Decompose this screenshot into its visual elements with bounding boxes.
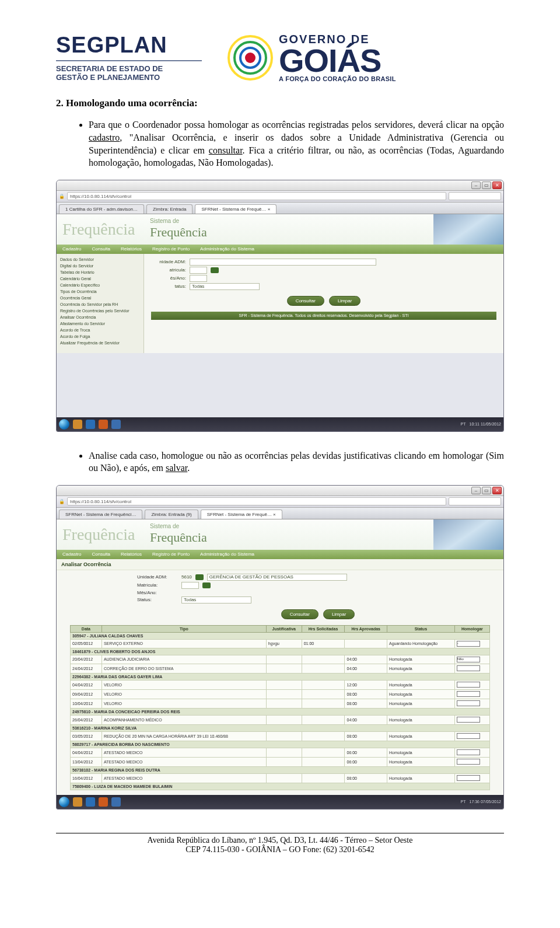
maximize-button[interactable]: ▭ (482, 182, 491, 189)
banner-image (433, 214, 503, 245)
menu-admin[interactable]: Administração do Sistema (200, 552, 254, 557)
table-row: 18461879 - CLIVES ROBERTO DOS ANJOS (71, 648, 490, 655)
homologar-select[interactable] (457, 733, 480, 739)
table-row: 56738102 - MARIA REGINA DOS REIS DUTRA (71, 766, 490, 773)
menu-relatorios[interactable]: Relatórios (121, 552, 142, 557)
side-item[interactable]: Tabelas de Horário (57, 269, 144, 275)
goias-line2: GOIÁS (279, 46, 396, 75)
minimize-button[interactable]: – (471, 487, 481, 494)
side-item[interactable]: Ocorrência do Servidor pela RH (57, 301, 144, 308)
taskbar-app-icon[interactable] (73, 420, 82, 429)
start-button-icon[interactable] (59, 419, 69, 430)
browser-tab-active[interactable]: SFRNet - Sistema de Frequê… × (195, 204, 276, 214)
app-banner: Frequência Sistema de Frequência (57, 214, 503, 245)
lookup-icon[interactable] (211, 267, 219, 273)
homologar-select[interactable]: - (457, 641, 480, 647)
table-row: 04/04/2012VELORIO12:00Homologada (71, 680, 490, 689)
side-item[interactable]: Ocorrência Geral (57, 295, 144, 301)
matricula-input[interactable] (190, 267, 207, 274)
lookup-icon[interactable] (202, 582, 211, 588)
homologar-select[interactable]: Não (457, 657, 480, 662)
homologar-select[interactable] (457, 759, 480, 765)
table-row: 24/04/2012CORREÇÃO DE ERRO DO SISTEMA04:… (71, 664, 490, 673)
mes-input[interactable] (190, 275, 207, 282)
browser-tab[interactable]: Zimbra: Entrada (146, 204, 192, 214)
segplan-sub1: SECRETARIA DE ESTADO DE (56, 65, 202, 74)
side-item[interactable]: Dados do Servidor (57, 256, 144, 263)
consultar-button[interactable]: Consultar (281, 609, 318, 619)
homologar-select[interactable] (457, 691, 480, 697)
table-row: 13/04/2012ATESTADO MEDICO06:00Homologada (71, 757, 490, 766)
menu-cadastro[interactable]: Cadastro (62, 552, 81, 557)
minimize-button[interactable]: – (471, 182, 481, 189)
table-row: 02/05/0012SERVIÇO EXTERNOhgvgu01:00Aguar… (71, 639, 490, 648)
side-item[interactable]: Acordo de Folga (57, 333, 144, 340)
menu-cadastro[interactable]: Cadastro (62, 246, 81, 252)
maximize-button[interactable]: ▭ (482, 487, 491, 494)
table-row: 16/04/2012ATESTADO MEDICO08:00Homologada (71, 773, 490, 783)
goias-logo: GOVERNO DE GOIÁS A FORÇA DO CORAÇÃO DO B… (228, 33, 396, 82)
table-row: 04/04/2012ATESTADO MEDICO06:00Homologada (71, 748, 490, 757)
consultar-button[interactable]: Consultar (287, 296, 324, 306)
homologar-select[interactable] (457, 682, 480, 688)
unidade-input[interactable] (190, 259, 376, 266)
side-item[interactable]: Digital do Servidor (57, 263, 144, 269)
homologar-select[interactable] (457, 717, 480, 723)
lookup-icon[interactable] (195, 574, 204, 580)
side-item[interactable]: Calendário Específico (57, 282, 144, 288)
menu-consulta[interactable]: Consulta (92, 246, 110, 252)
side-item[interactable]: Atualizar Frequência de Servidor (57, 340, 144, 346)
address-bar[interactable]: https://10.0.80.114/sfv/control (67, 192, 446, 200)
side-item[interactable]: Tipos de Ocorrência (57, 288, 144, 295)
matricula-input[interactable] (181, 582, 199, 589)
menu-admin[interactable]: Administração do Sistema (200, 246, 254, 252)
taskbar-app-icon[interactable] (86, 420, 95, 429)
status-select[interactable]: Todas (181, 596, 251, 603)
table-row: 53616210 - MARINA KORIZ SILVA (71, 724, 490, 731)
taskbar-app-icon[interactable] (73, 797, 82, 807)
limpar-button[interactable]: Limpar (329, 296, 360, 306)
table-row: 10/04/2012VELORIO08:00Homologada (71, 699, 490, 708)
browser-search[interactable] (449, 497, 501, 505)
homologar-select[interactable] (457, 775, 480, 781)
side-item[interactable]: Calendário Geral (57, 275, 144, 282)
homologar-select[interactable] (457, 700, 480, 706)
menu-registro[interactable]: Registro de Ponto (152, 246, 190, 252)
table-header: Tipo (102, 625, 266, 632)
taskbar-app-icon[interactable] (111, 420, 121, 429)
menu-consulta[interactable]: Consulta (92, 552, 110, 557)
taskbar-app-icon[interactable] (111, 797, 121, 807)
homologar-select[interactable] (457, 665, 480, 671)
browser-tab[interactable]: Zimbra: Entrada (9) (145, 510, 198, 519)
browser-tab[interactable]: 1 Cartilha do SFR - adm.davison… (59, 204, 144, 214)
side-item[interactable]: Afastamento do Servidor (57, 320, 144, 327)
status-select[interactable]: Todas (190, 283, 260, 290)
limpar-button[interactable]: Limpar (323, 609, 355, 619)
browser-tab-active[interactable]: SFRNet - Sistema de Frequê… × (201, 510, 282, 519)
start-button-icon[interactable] (59, 797, 69, 807)
taskbar-app-icon[interactable] (86, 797, 95, 807)
homologar-select[interactable] (457, 749, 480, 755)
app-menubar: Cadastro Consulta Relatórios Registro de… (57, 245, 503, 254)
table-header: Status (387, 625, 454, 632)
table-header: Homologar (454, 625, 489, 632)
paragraph-2: Analise cada caso, homologue ou não as o… (89, 449, 504, 475)
close-button[interactable]: ✕ (492, 487, 502, 494)
address-bar[interactable]: https://10.0.80.114/sfv/control (67, 497, 446, 505)
taskbar-app-icon[interactable] (99, 797, 108, 807)
menu-registro[interactable]: Registro de Ponto (152, 552, 190, 557)
menu-relatorios[interactable]: Relatórios (121, 246, 142, 252)
app-footer: SFR - Sistema de Frequência. Todos os di… (151, 312, 496, 320)
side-item[interactable]: Acordo de Troca (57, 327, 144, 333)
system-tray: PT10:11 11/05/2012 (461, 422, 501, 426)
unidade-name-field[interactable]: GERÊNCIA DE GESTÃO DE PESSOAS (207, 574, 347, 581)
table-row: 22964382 - MARIA DAS GRACAS GAYER LIMA (71, 673, 490, 680)
lock-icon: 🔒 (59, 499, 65, 504)
close-button[interactable]: ✕ (492, 182, 502, 189)
search-icon[interactable] (449, 192, 501, 200)
side-item[interactable]: Analisar Ocorrência (57, 314, 144, 320)
side-item[interactable]: Registro de Ocorrências pelo Servidor (57, 308, 144, 314)
screenshot-1: – ▭ ✕ 🔒 https://10.0.80.114/sfv/control … (56, 180, 504, 432)
browser-tab[interactable]: SFRNet - Sistema de Frequênci… (59, 510, 142, 519)
taskbar-app-icon[interactable] (99, 420, 108, 429)
